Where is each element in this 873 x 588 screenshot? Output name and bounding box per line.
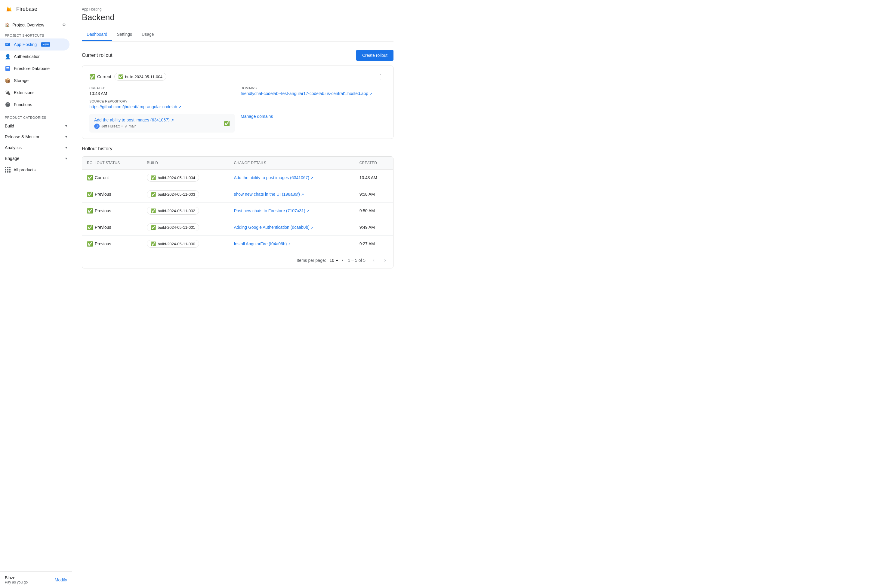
chevron-down-icon: ▾: [342, 258, 343, 262]
project-overview-label: Project Overview: [12, 22, 44, 27]
app-title: Firebase: [16, 6, 37, 12]
row-status-3: Previous: [95, 225, 111, 230]
release-monitor-chevron-icon: ▾: [65, 135, 67, 139]
build-cell-2: ✅ build-2024-05-11-002: [142, 202, 229, 219]
sidebar-item-app-hosting[interactable]: App Hosting NEW: [0, 39, 69, 51]
change-link-4[interactable]: Install AngularFire (f04a06b) ↗: [234, 242, 291, 246]
app-hosting-icon: [5, 42, 11, 48]
pagination: Items per page: 10 25 50 ▾ 1 – 5 of 5 ‹ …: [82, 252, 393, 268]
rollout-history-title: Rollout history: [82, 146, 394, 152]
current-status-label: Current: [97, 74, 111, 79]
prev-page-button[interactable]: ‹: [370, 256, 377, 264]
sidebar-item-authentication[interactable]: 👤 Authentication: [0, 51, 69, 63]
status-cell-1: ✅ Previous: [82, 186, 142, 202]
three-dot-menu-button[interactable]: ⋮: [375, 72, 386, 81]
build-chevron-icon: ▾: [65, 124, 67, 128]
next-page-button[interactable]: ›: [382, 256, 388, 264]
extensions-label: Extensions: [14, 90, 34, 95]
commit-link[interactable]: Add the ability to post images (6341067)…: [94, 117, 174, 122]
sidebar-item-storage[interactable]: 📦 Storage: [0, 75, 69, 87]
firestore-icon: [5, 66, 11, 72]
change-link-2[interactable]: Post new chats to Firestore (7107a31) ↗: [234, 208, 309, 213]
created-time: 10:43 AM: [89, 91, 234, 96]
row-check-icon-1: ✅: [87, 192, 93, 197]
change-cell-4: Install AngularFire (f04a06b) ↗: [229, 236, 355, 252]
source-repo-link[interactable]: https://github.com/jhuleatt/tmp-angular-…: [89, 104, 234, 109]
tab-usage[interactable]: Usage: [137, 28, 159, 41]
functions-label: Functions: [14, 102, 32, 107]
current-rollout-card: ✅ Current ✅ build-2024-05-11-004 ⋮ Creat…: [82, 66, 394, 139]
storage-icon: 📦: [5, 78, 11, 84]
domains-label: Domains: [240, 86, 386, 90]
commit-info: Add the ability to post images (6341067)…: [94, 117, 174, 129]
row-build-id-1: build-2024-05-11-003: [158, 192, 195, 196]
commit-row: Add the ability to post images (6341067)…: [89, 114, 234, 133]
table-header-row: Rollout Status Build Change details Crea…: [82, 157, 393, 170]
modify-plan-button[interactable]: Modify: [55, 578, 67, 582]
change-link-0[interactable]: Add the ability to post images (6341067)…: [234, 175, 313, 180]
created-detail: Created 10:43 AM: [89, 86, 234, 96]
row-build-check-1: ✅: [151, 192, 156, 196]
build-cell-3: ✅ build-2024-05-11-001: [142, 219, 229, 236]
blaze-info: Blaze Pay as you go: [5, 575, 28, 584]
current-build-id: build-2024-05-11-004: [125, 75, 162, 79]
row-build-check-0: ✅: [151, 175, 156, 180]
row-build-id-4: build-2024-05-11-000: [158, 242, 195, 246]
firestore-label: Firestore Database: [14, 66, 50, 71]
commit-branch: main: [129, 124, 137, 128]
page-title: Backend: [82, 13, 394, 22]
svg-rect-2: [6, 45, 8, 45]
release-monitor-label: Release & Monitor: [5, 134, 39, 139]
settings-icon-button[interactable]: ⚙: [61, 21, 67, 28]
tab-dashboard[interactable]: Dashboard: [82, 28, 112, 41]
analytics-label: Analytics: [5, 145, 22, 150]
authentication-icon: 👤: [5, 54, 11, 60]
commit-author: Jeff Huleatt: [101, 124, 119, 128]
sidebar-item-analytics[interactable]: Analytics ▾: [0, 142, 72, 153]
create-rollout-button[interactable]: Create rollout: [356, 50, 394, 61]
build-cell-1: ✅ build-2024-05-11-003: [142, 186, 229, 202]
extensions-icon: 🔌: [5, 90, 11, 96]
row-status-4: Previous: [95, 242, 111, 246]
current-status-badge: ✅ Current: [89, 74, 111, 80]
change-link-1[interactable]: show new chats in the UI (198a89f) ↗: [234, 192, 304, 196]
breadcrumb: App Hosting: [82, 7, 394, 11]
sidebar-item-all-products[interactable]: All products: [0, 164, 72, 176]
row-build-check-4: ✅: [151, 242, 156, 246]
sidebar-item-release-monitor[interactable]: Release & Monitor ▾: [0, 131, 72, 142]
project-shortcuts-label: Project shortcuts: [0, 31, 72, 39]
created-cell-2: 9:50 AM: [355, 202, 393, 219]
product-categories-label: Product categories: [0, 113, 72, 120]
branch-icon: ⑂: [125, 124, 127, 129]
card-details: Created 10:43 AM Source repository https…: [89, 86, 386, 133]
sidebar-item-build[interactable]: Build ▾: [0, 120, 72, 131]
svg-rect-4: [6, 68, 9, 68]
tab-settings[interactable]: Settings: [112, 28, 137, 41]
commit-success-icon: ✅: [224, 120, 230, 126]
created-cell-3: 9:49 AM: [355, 219, 393, 236]
current-rollout-title: Current rollout: [82, 52, 112, 58]
table-row: ✅ Current ✅ build-2024-05-11-004 Add the…: [82, 170, 393, 186]
change-link-3[interactable]: Adding Google Authentication (dcaab0b) ↗: [234, 225, 313, 230]
row-build-check-2: ✅: [151, 208, 156, 213]
authentication-label: Authentication: [14, 54, 41, 59]
tabs: Dashboard Settings Usage: [82, 28, 394, 42]
change-cell-1: show new chats in the UI (198a89f) ↗: [229, 186, 355, 202]
per-page-select[interactable]: 10 25 50: [329, 258, 339, 263]
storage-label: Storage: [14, 78, 29, 83]
domain-url-link[interactable]: friendlychat-codelab--test-angular17-cod…: [240, 91, 386, 96]
manage-domains-link[interactable]: Manage domains: [240, 114, 386, 119]
sidebar-item-functions[interactable]: (·) Functions: [0, 99, 69, 111]
blaze-plan-subtitle: Pay as you go: [5, 580, 28, 584]
row-build-id-2: build-2024-05-11-002: [158, 208, 195, 213]
current-build-badge: ✅ build-2024-05-11-004: [114, 73, 166, 81]
sidebar-item-firestore[interactable]: Firestore Database: [0, 63, 69, 75]
commit-meta: J Jeff Huleatt • ⑂ main: [94, 123, 174, 129]
sidebar-item-engage[interactable]: Engage ▾: [0, 153, 72, 164]
current-check-icon: ✅: [89, 74, 95, 80]
current-rollout-card-header: ✅ Current ✅ build-2024-05-11-004 ⋮: [89, 72, 386, 81]
project-overview-link[interactable]: 🏠 Project Overview: [5, 22, 44, 27]
build-check-icon: ✅: [118, 74, 123, 79]
status-row: ✅ Current ✅ build-2024-05-11-004: [89, 73, 166, 81]
sidebar-item-extensions[interactable]: 🔌 Extensions: [0, 87, 69, 99]
